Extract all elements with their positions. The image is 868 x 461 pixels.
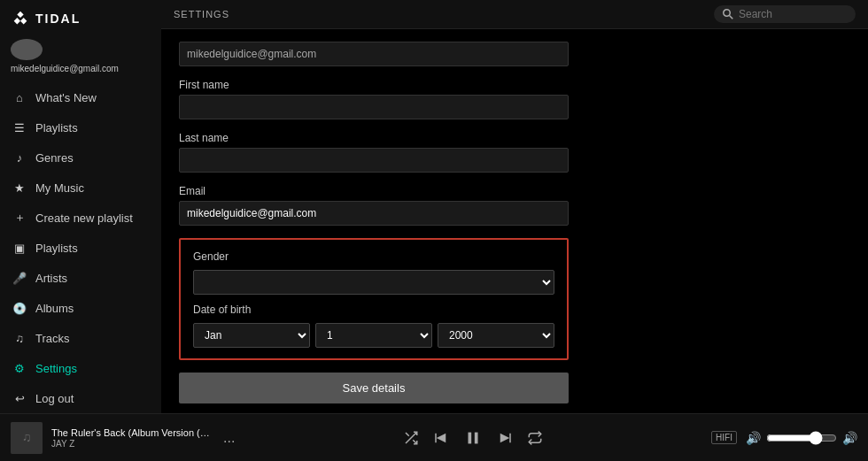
last-name-label: Last name — [179, 132, 569, 144]
first-name-field: First name — [179, 79, 569, 119]
svg-rect-5 — [435, 433, 437, 442]
star-icon: ★ — [12, 181, 27, 195]
sidebar-item-playlists[interactable]: ▣ Playlists — [0, 233, 161, 263]
search-input[interactable] — [739, 8, 845, 20]
search-box — [714, 5, 856, 23]
dob-month-select[interactable]: JanFebMar AprMayJun JulAugSep OctNovDec — [193, 323, 310, 348]
last-name-input[interactable] — [179, 148, 569, 173]
volume-icon: 🔊 — [746, 431, 761, 445]
email-field: Email — [179, 185, 569, 226]
sidebar-item-logout[interactable]: ↩ Log out — [0, 383, 161, 413]
repeat-icon — [527, 430, 543, 446]
gear-icon: ⚙ — [12, 361, 27, 375]
player-right-controls: HIFI 🔊 🔊 — [711, 431, 857, 445]
sidebar-item-albums[interactable]: 💿 Albums — [0, 293, 161, 323]
dob-day-select[interactable]: 123 456 — [315, 323, 432, 348]
sidebar-item-whats-new[interactable]: ⌂ What's New — [0, 82, 161, 112]
sidebar-item-create-playlist[interactable]: ＋ Create new playlist — [0, 203, 161, 233]
gender-label: Gender — [193, 250, 554, 263]
last-name-field: Last name — [179, 132, 569, 173]
top-bar: SETTINGS — [161, 0, 868, 29]
repeat-button[interactable] — [527, 430, 543, 446]
previous-button[interactable] — [433, 430, 449, 446]
player-thumbnail: ♫ — [11, 422, 43, 454]
exit-icon: ↩ — [12, 391, 27, 405]
album-art: ♫ — [11, 422, 43, 454]
sidebar-item-genres[interactable]: ♪ Genres — [0, 142, 161, 173]
player-more-button[interactable]: ... — [223, 430, 235, 446]
plus-icon: ＋ — [12, 211, 27, 225]
page-title: SETTINGS — [174, 9, 229, 19]
sidebar: TIDAL mikedelguidice@gmail.com ⌂ What's … — [0, 0, 161, 413]
email-top-input[interactable] — [179, 42, 569, 66]
player-info: The Ruler's Back (Album Version (Explici… — [51, 427, 211, 449]
home-icon: ⌂ — [12, 90, 27, 104]
svg-marker-4 — [437, 433, 446, 442]
email-top-field — [179, 42, 569, 66]
settings-body: First name Last name Email Gender — [161, 29, 868, 413]
svg-line-1 — [730, 16, 733, 19]
form-section: First name Last name Email Gender — [179, 42, 569, 413]
sidebar-header: TIDAL — [0, 0, 161, 35]
svg-marker-8 — [500, 433, 510, 442]
svg-rect-9 — [509, 433, 511, 442]
next-icon — [497, 430, 513, 446]
shuffle-button[interactable] — [403, 430, 419, 446]
volume-slider[interactable] — [766, 431, 837, 445]
svg-text:♫: ♫ — [22, 430, 32, 444]
svg-point-0 — [724, 10, 731, 17]
player-track-title: The Ruler's Back (Album Version (Explici… — [51, 427, 211, 438]
gender-dob-section: Gender Male Female Other Date of birth J… — [179, 238, 569, 360]
player-controls — [403, 428, 543, 448]
sidebar-item-my-music[interactable]: ★ My Music — [0, 173, 161, 203]
search-icon — [723, 9, 733, 19]
music2-icon: ♫ — [12, 331, 27, 345]
dob-row: JanFebMar AprMayJun JulAugSep OctNovDec … — [193, 323, 554, 348]
document2-icon: ▣ — [12, 241, 27, 255]
next-button[interactable] — [497, 430, 513, 446]
gender-select[interactable]: Male Female Other — [193, 270, 554, 295]
player-artist: JAY Z — [51, 439, 211, 449]
user-email: mikedelguidice@gmail.com — [0, 60, 161, 82]
user-avatar — [11, 39, 43, 60]
svg-rect-6 — [469, 432, 472, 443]
shuffle-icon — [403, 430, 419, 446]
music-note-icon: ♪ — [12, 150, 27, 165]
sidebar-item-settings[interactable]: ⚙ Settings — [0, 353, 161, 383]
dob-label: Date of birth — [193, 303, 554, 316]
document-icon: ☰ — [12, 120, 27, 134]
first-name-input[interactable] — [179, 95, 569, 119]
save-button[interactable]: Save details — [179, 373, 569, 403]
sidebar-nav: ⌂ What's New ☰ Playlists ♪ Genres ★ My M… — [0, 82, 161, 413]
sidebar-item-tracks[interactable]: ♫ Tracks — [0, 323, 161, 353]
sidebar-item-artists[interactable]: 🎤 Artists — [0, 263, 161, 293]
email-label: Email — [179, 185, 569, 197]
first-name-label: First name — [179, 79, 569, 91]
player-bar: ♫ The Ruler's Back (Album Version (Expli… — [0, 413, 868, 461]
hifi-badge: HIFI — [711, 431, 737, 444]
tidal-logo-icon — [11, 9, 30, 28]
play-pause-button[interactable] — [463, 428, 483, 448]
mic-icon: 🎤 — [12, 271, 27, 285]
email-input[interactable] — [179, 201, 569, 226]
sidebar-item-playlists-top[interactable]: ☰ Playlists — [0, 112, 161, 142]
tidal-logo: TIDAL — [11, 9, 81, 28]
tidal-logo-text: TIDAL — [35, 12, 81, 26]
volume-row: 🔊 🔊 — [746, 431, 857, 445]
main-content: SETTINGS First name — [161, 0, 868, 413]
play-pause-icon — [463, 428, 483, 448]
volume-max-icon: 🔊 — [842, 431, 857, 445]
disc-icon: 💿 — [12, 301, 27, 315]
previous-icon — [433, 430, 449, 446]
dob-year-select[interactable]: 200019991998 19971996 — [438, 323, 554, 348]
svg-rect-7 — [475, 432, 478, 443]
